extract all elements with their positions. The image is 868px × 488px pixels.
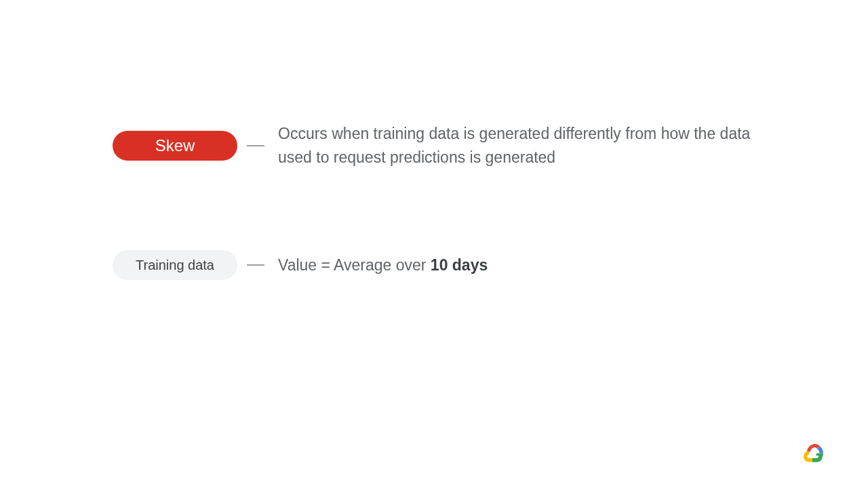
skew-description-text: Occurs when training data is generated d… [278, 125, 750, 166]
skew-pill: Skew [113, 131, 237, 161]
training-data-pill-label: Training data [136, 258, 214, 273]
training-data-description-bold: 10 days [431, 256, 488, 274]
skew-description: Occurs when training data is generated d… [278, 122, 766, 169]
training-data-pill: Training data [113, 250, 237, 280]
connector-line [247, 145, 264, 146]
definition-row-skew: Skew Occurs when training data is genera… [113, 122, 766, 169]
training-data-description-prefix: Value = Average over [278, 256, 431, 274]
definition-row-training-data: Training data Value = Average over 10 da… [113, 250, 766, 280]
skew-pill-label: Skew [155, 136, 195, 155]
connector-line [247, 264, 264, 266]
google-cloud-logo [802, 442, 826, 466]
training-data-description: Value = Average over 10 days [278, 253, 488, 277]
slide-content: Skew Occurs when training data is genera… [0, 0, 868, 280]
